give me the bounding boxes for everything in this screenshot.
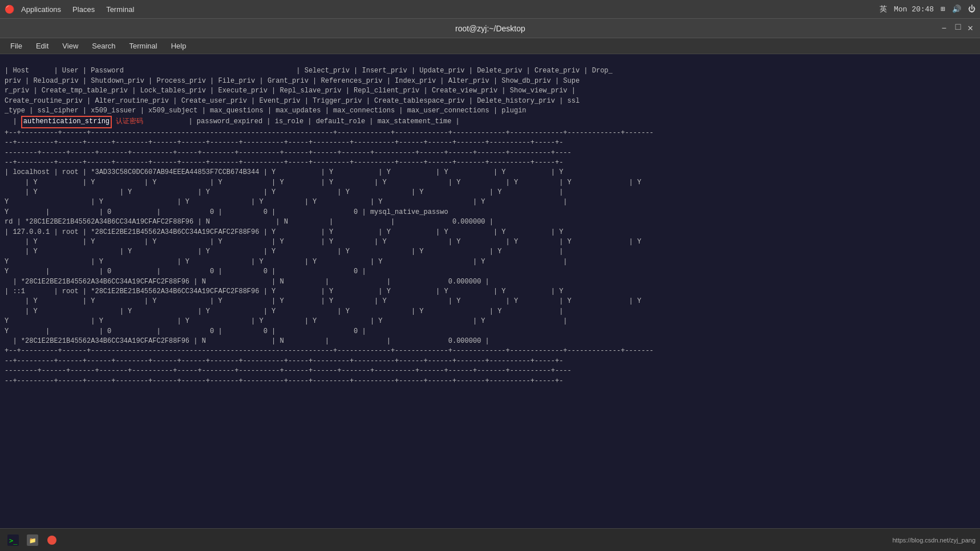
end-divider4: --+---------+------+------+--------+----… <box>5 377 563 385</box>
system-bar-right: 英 Mon 20:48 ⊞ 🔊 ⏻ <box>880 4 975 14</box>
table-header-line5: _type | ssl_cipher | x509_issuer | x509_… <box>5 107 527 115</box>
minimize-button[interactable]: － <box>939 22 949 34</box>
menu-terminal[interactable]: Terminal <box>124 40 163 51</box>
clock: Mon 20:48 <box>894 5 934 14</box>
taskbar-app-icon[interactable] <box>43 532 60 549</box>
row1d: Y | Y | Y | Y | Y | Y | Y | <box>5 198 568 206</box>
table-header-line2: priv | Reload_priv | Shutdown_priv | Pro… <box>5 77 580 85</box>
window-controls[interactable]: － □ ✕ <box>939 22 973 34</box>
applications-menu[interactable]: Applications <box>17 4 66 15</box>
volume-icon: 🔊 <box>952 5 961 14</box>
power-icon[interactable]: ⏻ <box>968 5 975 14</box>
row2: | 127.0.0.1 | root | *28C1E2BE21B45562A3… <box>5 228 563 236</box>
menu-help[interactable]: Help <box>165 40 192 51</box>
system-bar: 🔴 Applications Places Terminal 英 Mon 20:… <box>0 0 980 19</box>
menu-search[interactable]: Search <box>86 40 121 51</box>
maximize-button[interactable]: □ <box>955 22 961 34</box>
table-header-line6-pre: | <box>5 118 21 125</box>
network-icon: ⊞ <box>941 5 945 14</box>
places-menu[interactable]: Places <box>68 4 99 15</box>
row3f: | *28C1E2BE21B45562A34B6CC34A19CFAFC2F88… <box>5 337 489 345</box>
annotation-text: 认证密码 <box>112 118 143 125</box>
row3c: | Y | Y | Y | Y | Y | Y | Y | <box>5 307 563 315</box>
table-header-line6-post: | password_expired | is_role | default_r… <box>143 118 460 125</box>
row2c: | Y | Y | Y | Y | Y | Y | Y | <box>5 248 563 256</box>
language-indicator: 英 <box>880 4 887 14</box>
menu-edit[interactable]: Edit <box>30 40 54 51</box>
table-header-line1: | Host | User | Password | Select_priv |… <box>5 67 613 75</box>
svg-text:>_: >_ <box>9 537 18 545</box>
taskbar: >_ 📁 https://blog.csdn.net/zyj_pang <box>0 528 980 551</box>
row1f: rd | *28C1E2BE21B45562A34B6CC34A19CFAFC2… <box>5 218 493 226</box>
row3e: Y | | 0 | 0 | 0 | 0 | <box>5 327 366 335</box>
terminal-window: root@zyj:~/Desktop － □ ✕ File Edit View … <box>0 19 980 551</box>
bottom-url: https://blog.csdn.net/zyj_pang <box>892 537 975 544</box>
row2b: | Y | Y | Y | Y | Y | Y | Y | Y | Y | Y … <box>5 238 654 246</box>
row2e: Y | | 0 | 0 | 0 | 0 | <box>5 268 366 276</box>
table-header-line3: r_priv | Create_tmp_table_priv | Lock_ta… <box>5 87 576 95</box>
terminal-menu[interactable]: Terminal <box>102 4 139 15</box>
row1c: | Y | Y | Y | Y | Y | Y | Y | <box>5 188 563 196</box>
title-bar: root@zyj:~/Desktop － □ ✕ <box>0 19 980 38</box>
app-icon: 🔴 <box>5 5 14 14</box>
close-button[interactable]: ✕ <box>967 22 973 34</box>
row1b: | Y | Y | Y | Y | Y | Y | Y | Y | Y | Y … <box>5 179 654 187</box>
system-bar-left: 🔴 Applications Places Terminal <box>5 4 139 15</box>
taskbar-files-icon[interactable]: 📁 <box>24 532 41 549</box>
row1e: Y | | 0 | 0 | 0 | 0 | mysql_native_passw… <box>5 208 448 216</box>
menu-bar: File Edit View Search Terminal Help <box>0 38 980 54</box>
divider3: --------+------+------+-------+---------… <box>5 149 572 157</box>
window-title: root@zyj:~/Desktop <box>41 24 939 33</box>
divider1: +--+---------+------+-------------------… <box>5 129 654 137</box>
row1: | localhost | root | *3AD33C58C0DC607AB9… <box>5 168 563 176</box>
row3d: Y | Y | Y | Y | Y | Y | Y | <box>5 317 568 325</box>
end-divider2: --+---------+------+------+--------+----… <box>5 357 563 365</box>
taskbar-terminal-icon[interactable]: >_ <box>5 532 22 549</box>
divider4: --+---------+------+------+--------+----… <box>5 159 563 167</box>
row2d: Y | Y | Y | Y | Y | Y | Y | <box>5 258 568 266</box>
svg-point-4 <box>47 536 56 545</box>
authentication-string-highlight: authentication_string <box>21 116 112 128</box>
row2f: | *28C1E2BE21B45562A34B6CC34A19CFAFC2F88… <box>5 278 489 286</box>
table-header-line4: Create_routine_priv | Alter_routine_priv… <box>5 97 580 105</box>
row3b: | Y | Y | Y | Y | Y | Y | Y | Y | Y | Y … <box>5 297 654 305</box>
row3: | ::1 | root | *28C1E2BE21B45562A34B6CC3… <box>5 287 563 295</box>
end-divider3: --------+------+------+-------+---------… <box>5 367 572 375</box>
svg-text:📁: 📁 <box>29 537 37 544</box>
divider2: --+---------+------+------+--------+----… <box>5 139 563 147</box>
terminal-content[interactable]: | Host | User | Password | Select_priv |… <box>0 54 980 551</box>
end-divider1: +--+---------+------+-------------------… <box>5 347 654 355</box>
menu-view[interactable]: View <box>56 40 84 51</box>
menu-file[interactable]: File <box>5 40 28 51</box>
